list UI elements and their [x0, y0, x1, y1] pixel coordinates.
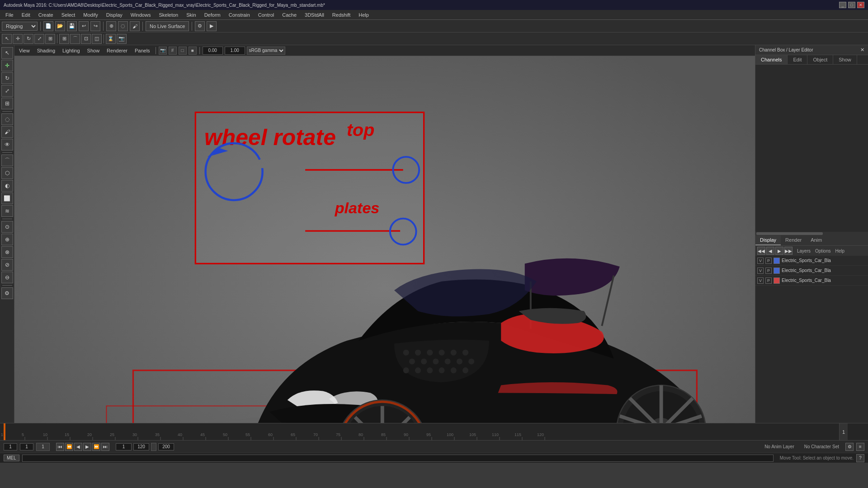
close-button[interactable]: ✕ — [857, 2, 864, 8]
range-start-input[interactable] — [116, 443, 132, 450]
panel-close-icon[interactable]: ✕ — [860, 47, 864, 53]
menu-skeleton[interactable]: Skeleton — [155, 11, 182, 19]
vp-smooth-btn[interactable]: ■ — [189, 47, 197, 55]
tab-edit[interactable]: Edit — [788, 55, 807, 64]
lasso-tool-btn[interactable]: ◌ — [118, 21, 128, 31]
weight-tool[interactable]: ⊘ — [1, 259, 13, 271]
layer-p-3[interactable]: P — [765, 277, 772, 284]
vp-camera-btn[interactable]: 📷 — [159, 47, 167, 55]
layer-vis-1[interactable]: V — [757, 258, 764, 264]
vp-menu-view[interactable]: View — [16, 47, 33, 54]
layer-nav-next[interactable]: ▶ — [775, 247, 783, 255]
vp-wireframe-btn[interactable]: □ — [179, 47, 187, 55]
move-btn[interactable]: ✛ — [13, 34, 23, 44]
new-scene-btn[interactable]: 📄 — [43, 21, 53, 31]
select-tool-btn[interactable]: ⊕ — [106, 21, 116, 31]
scale-tool[interactable]: ⤢ — [1, 85, 13, 97]
tab-anim[interactable]: Anim — [806, 235, 826, 245]
vp-menu-panels[interactable]: Panels — [132, 47, 153, 54]
render-settings-btn[interactable]: ⚙ — [195, 21, 205, 31]
anim-options-btn[interactable]: ≡ — [856, 443, 864, 451]
menu-redshift[interactable]: Redshift — [329, 11, 354, 19]
layer-nav-end[interactable]: ▶▶ — [784, 247, 793, 255]
deform-tool[interactable]: ≋ — [1, 205, 13, 217]
menu-skin[interactable]: Skin — [183, 11, 199, 19]
vp-menu-lighting[interactable]: Lighting — [60, 47, 83, 54]
play-forward-button[interactable]: ▶ — [83, 443, 91, 451]
history-btn[interactable]: ⌛ — [106, 34, 116, 44]
camera-btn[interactable]: 📷 — [117, 34, 127, 44]
command-line-input[interactable] — [22, 455, 774, 462]
curve-tool[interactable]: ⌒ — [1, 155, 13, 166]
tab-channels[interactable]: Channels — [755, 55, 788, 64]
minimize-button[interactable]: _ — [839, 2, 846, 8]
menu-cache[interactable]: Cache — [278, 11, 300, 19]
skin-tool[interactable]: ⊗ — [1, 246, 13, 258]
menu-windows[interactable]: Windows — [127, 11, 155, 19]
vp-menu-renderer[interactable]: Renderer — [104, 47, 130, 54]
layer-p-2[interactable]: P — [765, 267, 772, 274]
tab-render[interactable]: Render — [781, 235, 806, 245]
menu-edit[interactable]: Edit — [18, 11, 34, 19]
tab-object[interactable]: Object — [807, 55, 833, 64]
undo-btn[interactable]: ↩ — [79, 21, 89, 31]
gamma-select[interactable]: sRGB gamma — [247, 47, 285, 55]
select-tool[interactable]: ↖ — [1, 47, 13, 59]
layer-item-1[interactable]: V P Electric_Sports_Car_Bla — [755, 256, 868, 266]
go-start-button[interactable]: ⏮ — [56, 443, 64, 451]
select-btn[interactable]: ↖ — [2, 34, 12, 44]
move-tool[interactable]: ✛ — [1, 60, 13, 71]
vp-menu-shading[interactable]: Shading — [34, 47, 58, 54]
step-back-button[interactable]: ⏪ — [65, 443, 73, 451]
menu-modify[interactable]: Modify — [80, 11, 101, 19]
viewport[interactable]: View Shading Lighting Show Renderer Pane… — [14, 45, 755, 423]
paint-btn[interactable]: 🖌 — [130, 21, 140, 31]
layer-nav-prev[interactable]: ◀ — [766, 247, 774, 255]
menu-create[interactable]: Create — [35, 11, 57, 19]
menu-constrain[interactable]: Constrain — [225, 11, 254, 19]
frame-start-input[interactable] — [4, 443, 17, 450]
layer-item-3[interactable]: V P Electric_Sports_Car_Bla — [755, 276, 868, 286]
layer-vis-3[interactable]: V — [757, 277, 764, 284]
menu-3dstdall[interactable]: 3DStdAll — [301, 11, 328, 19]
menu-control[interactable]: Control — [255, 11, 278, 19]
universal-manipulator-btn[interactable]: ⊞ — [45, 34, 55, 44]
open-scene-btn[interactable]: 📂 — [55, 21, 65, 31]
joint-tool[interactable]: ⊙ — [1, 221, 13, 233]
poly-tool[interactable]: ⬡ — [1, 167, 13, 179]
menu-deform[interactable]: Deform — [201, 11, 224, 19]
paint-tool[interactable]: 🖌 — [1, 126, 13, 138]
render-btn[interactable]: ▶ — [207, 21, 217, 31]
menu-help[interactable]: Help — [355, 11, 373, 19]
settings-btn[interactable]: ⚙ — [1, 287, 13, 299]
live-surface-button[interactable]: No Live Surface — [146, 21, 189, 31]
vp-value1-input[interactable] — [203, 47, 223, 55]
menu-file[interactable]: File — [2, 11, 17, 19]
ik-tool[interactable]: ⊕ — [1, 234, 13, 245]
layer-nav-start[interactable]: ◀◀ — [757, 247, 765, 255]
layer-p-1[interactable]: P — [765, 258, 772, 264]
show-hide-btn[interactable]: 👁 — [1, 139, 13, 150]
right-scrollbar[interactable] — [755, 232, 868, 235]
go-end-button[interactable]: ⏭ — [101, 443, 109, 451]
status-help-btn[interactable]: ? — [856, 454, 864, 462]
scale-btn[interactable]: ⤢ — [34, 34, 44, 44]
step-forward-button[interactable]: ⏩ — [92, 443, 100, 451]
viewport-3d[interactable]: wheel rotate top plates — [14, 56, 755, 423]
total-frames-input[interactable] — [158, 443, 174, 450]
mel-button[interactable]: MEL — [4, 455, 19, 461]
snap-curve-btn[interactable]: ⌒ — [70, 34, 80, 44]
snap-surface-btn[interactable]: ◫ — [92, 34, 102, 44]
layer-options-label[interactable]: Options — [815, 249, 830, 253]
char-set-options-btn[interactable]: ⚙ — [845, 443, 854, 451]
rotate-btn[interactable]: ↻ — [24, 34, 33, 44]
nurbs-tool[interactable]: ◐ — [1, 180, 13, 192]
layer-vis-2[interactable]: V — [757, 267, 764, 274]
tab-show[interactable]: Show — [833, 55, 857, 64]
vp-menu-show[interactable]: Show — [85, 47, 103, 54]
menu-select[interactable]: Select — [58, 11, 79, 19]
subdiv-tool[interactable]: ⬜ — [1, 192, 13, 204]
play-back-button[interactable]: ◀ — [74, 443, 82, 451]
soft-select-tool[interactable]: ◌ — [1, 113, 13, 125]
rotate-tool[interactable]: ↻ — [1, 72, 13, 84]
